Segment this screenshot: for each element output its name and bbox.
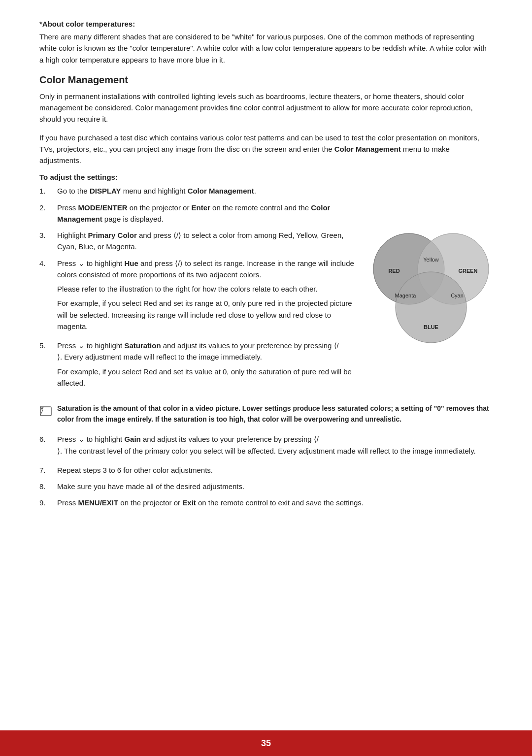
svg-text:RED: RED <box>388 268 399 274</box>
step-5-content: Press ⌄ to highlight Saturation and adju… <box>57 340 355 392</box>
step-7: 7. Repeat steps 3 to 6 for other color a… <box>39 464 493 476</box>
step-4-content: Press ⌄ to highlight Hue and press ⟨/⟩ t… <box>57 258 355 335</box>
venn-diagram-container: RED Yellow GREEN Magenta Cyan BLUE <box>365 215 493 354</box>
step-9-content: Press MENU/EXIT on the projector or Exit… <box>57 497 493 508</box>
color-mgmt-para1: Only in permanent installations with con… <box>39 91 493 125</box>
svg-text:Magenta: Magenta <box>395 293 417 298</box>
page-content: *About color temperatures: There are man… <box>0 0 532 730</box>
step-3-num: 3. <box>39 230 57 253</box>
adjust-settings-title: To adjust the settings: <box>39 173 493 181</box>
svg-text:Cyan: Cyan <box>451 293 464 298</box>
section-title: Color Management <box>39 74 493 86</box>
step-6-num: 6. <box>39 433 57 460</box>
step-2-num: 2. <box>39 202 57 225</box>
step-3-content: Highlight Primary Color and press ⟨/⟩ to… <box>57 230 355 253</box>
svg-point-2 <box>396 272 466 343</box>
step-8-content: Make sure you have made all of the desir… <box>57 481 493 492</box>
venn-diagram: RED Yellow GREEN Magenta Cyan BLUE <box>365 215 493 353</box>
color-mgmt-para2: If you have purchased a test disc which … <box>39 132 493 166</box>
note-text: Saturation is the amount of that color i… <box>57 403 493 425</box>
para2-bold: Color Management <box>334 145 401 153</box>
step-4-num: 4. <box>39 258 57 335</box>
step-5: 5. Press ⌄ to highlight Saturation and a… <box>39 340 355 392</box>
steps-cont-list: 6. Press ⌄ to highlight Gain and adjust … <box>39 433 493 508</box>
step-1-content: Go to the DISPLAY menu and highlight Col… <box>57 185 355 197</box>
step-6: 6. Press ⌄ to highlight Gain and adjust … <box>39 433 493 460</box>
svg-text:GREEN: GREEN <box>458 268 477 274</box>
step-2: 2. Press MODE/ENTER on the projector or … <box>39 202 355 225</box>
step-7-content: Repeat steps 3 to 6 for other color adju… <box>57 464 493 476</box>
about-color-temp-title: *About color temperatures: <box>39 20 493 28</box>
steps-list: 1. Go to the DISPLAY menu and highlight … <box>39 185 355 392</box>
step-7-num: 7. <box>39 464 57 476</box>
step-5-num: 5. <box>39 340 57 392</box>
step-8-num: 8. <box>39 481 57 492</box>
svg-text:〉: 〉 <box>40 404 43 415</box>
steps-left: 1. Go to the DISPLAY menu and highlight … <box>39 185 355 396</box>
step-1: 1. Go to the DISPLAY menu and highlight … <box>39 185 355 197</box>
note-callout: 〉 Saturation is the amount of that color… <box>39 403 493 425</box>
step-8: 8. Make sure you have made all of the de… <box>39 481 493 492</box>
about-color-temp-para: There are many different shades that are… <box>39 31 493 66</box>
step-4: 4. Press ⌄ to highlight Hue and press ⟨/… <box>39 258 355 335</box>
step-3: 3. Highlight Primary Color and press ⟨/⟩… <box>39 230 355 253</box>
step-9: 9. Press MENU/EXIT on the projector or E… <box>39 497 493 508</box>
step-6-content: Press ⌄ to highlight Gain and adjust its… <box>57 433 493 460</box>
about-color-temp-section: *About color temperatures: There are man… <box>39 20 493 66</box>
note-icon: 〉 <box>39 404 53 418</box>
page-footer: 35 <box>0 730 532 756</box>
step-9-num: 9. <box>39 497 57 508</box>
steps-container: 1. Go to the DISPLAY menu and highlight … <box>39 185 493 396</box>
step-1-num: 1. <box>39 185 57 197</box>
color-management-section: Color Management Only in permanent insta… <box>39 74 493 509</box>
step-2-content: Press MODE/ENTER on the projector or Ent… <box>57 202 355 225</box>
svg-text:BLUE: BLUE <box>424 324 438 330</box>
page-number: 35 <box>261 738 271 749</box>
svg-text:Yellow: Yellow <box>423 257 438 263</box>
